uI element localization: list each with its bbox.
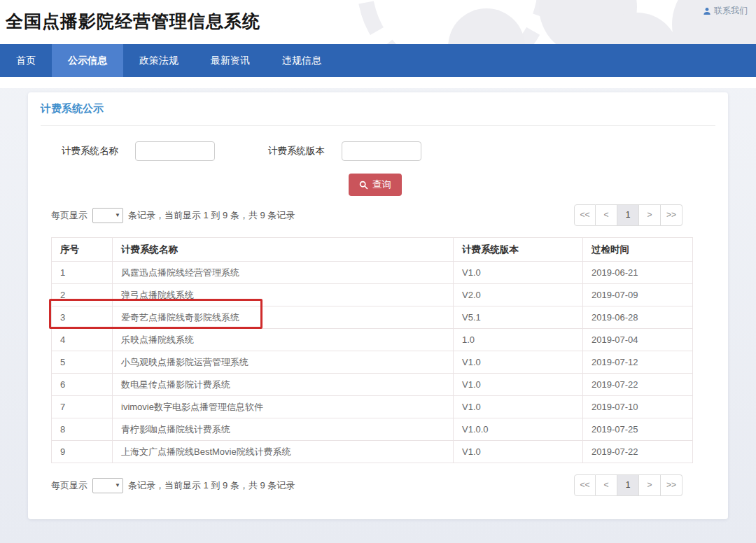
table-row: 9上海文广点播院线BestMovie院线计费系统V1.02019-07-22: [52, 441, 693, 463]
column-header: 序号: [52, 238, 113, 262]
table-cell: 弹弓点播院线系统: [113, 284, 454, 306]
column-header: 计费系统版本: [454, 238, 583, 262]
billing-version-input[interactable]: [342, 141, 421, 161]
film-reel-hole: [595, 13, 679, 44]
per-page-control: 每页显示 ▼ 条记录，当前显示 1 到 9 条，共 9 条记录: [51, 478, 295, 493]
contact-link-label: 联系我们: [714, 5, 748, 17]
billing-name-input[interactable]: [135, 141, 215, 161]
per-page-prefix: 每页显示: [51, 209, 88, 222]
table-cell: V1.0: [454, 374, 583, 396]
table-cell: 2019-07-12: [583, 351, 693, 374]
page-1-button[interactable]: 1: [617, 204, 639, 226]
table-cell: 2019-07-10: [583, 396, 693, 418]
table-cell: V2.0: [454, 284, 583, 306]
first-page-button[interactable]: <<: [574, 204, 596, 226]
table-cell: V1.0: [454, 396, 583, 418]
table-cell: 8: [52, 418, 113, 441]
table-cell: 小鸟观映点播影院运营管理系统: [113, 351, 454, 374]
table-cell: 数电星传点播影院计费系统: [113, 374, 454, 396]
table-cell: 7: [52, 396, 113, 418]
pagination-top: <<<1>>>: [574, 204, 682, 226]
nav-subbar: [0, 77, 756, 88]
per-page-select[interactable]: [92, 208, 123, 223]
last-page-button[interactable]: >>: [661, 474, 682, 496]
table-cell: 9: [52, 441, 113, 463]
nav-tab-5[interactable]: 违规信息: [266, 44, 337, 77]
content-card: 计费系统公示 计费系统名称 计费系统版本 查询 每页显示 ▼: [28, 92, 728, 519]
page-1-button[interactable]: 1: [617, 474, 639, 496]
table-row: 5小鸟观映点播影院运营管理系统V1.02019-07-12: [52, 351, 693, 374]
next-page-button[interactable]: >: [639, 204, 661, 226]
main-nav: 首页公示信息政策法规最新资讯违规信息: [0, 44, 756, 77]
table-cell: 5: [52, 351, 113, 374]
list-controls-top: 每页显示 ▼ 条记录，当前显示 1 到 9 条，共 9 条记录 <<<1>>>: [51, 204, 692, 226]
prev-page-button[interactable]: <: [596, 474, 617, 496]
table-cell: 2019-07-09: [583, 284, 693, 306]
table-cell: 青柠影咖点播院线计费系统: [113, 418, 454, 441]
table-row: 2弹弓点播院线系统V2.02019-07-09: [52, 284, 693, 306]
nav-tab-1[interactable]: 首页: [0, 44, 52, 77]
table-cell: 4: [52, 329, 113, 351]
query-button[interactable]: 查询: [349, 174, 402, 196]
table-cell: 2019-07-25: [583, 418, 693, 441]
nav-tab-4[interactable]: 最新资讯: [195, 44, 266, 77]
table-row: 4乐映点播院线系统1.02019-07-04: [52, 329, 693, 351]
billing-systems-table: 序号计费系统名称计费系统版本过检时间 1风霆迅点播院线经营管理系统V1.0201…: [51, 237, 693, 463]
table-row: 3爱奇艺点播院线奇影院线系统V5.12019-06-28: [52, 306, 693, 329]
table-cell: V1.0: [454, 441, 583, 463]
table-cell: 1.0: [454, 329, 583, 351]
list-controls-bottom: 每页显示 ▼ 条记录，当前显示 1 到 9 条，共 9 条记录 <<<1>>>: [51, 474, 692, 496]
table-cell: 2: [52, 284, 113, 306]
table-cell: 爱奇艺点播院线奇影院线系统: [113, 306, 454, 329]
nav-tab-3[interactable]: 政策法规: [123, 44, 195, 77]
page-title: 全国点播影院经营管理信息系统: [6, 10, 260, 33]
per-page-select[interactable]: [92, 478, 123, 493]
table-cell: 6: [52, 374, 113, 396]
table-cell: 2019-07-22: [583, 374, 693, 396]
table-cell: 3: [52, 306, 113, 329]
table-row: 1风霆迅点播院线经营管理系统V1.02019-06-21: [52, 262, 693, 284]
film-reel-decoration: [364, 0, 756, 44]
film-reel-ring: [357, 0, 553, 44]
column-header: 过检时间: [583, 238, 693, 262]
table-row: 7ivimovie数字电影点播管理信息软件V1.02019-07-10: [52, 396, 693, 418]
table-cell: V1.0: [454, 351, 583, 374]
table-cell: ivimovie数字电影点播管理信息软件: [113, 396, 454, 418]
table-cell: 2019-06-21: [583, 262, 693, 284]
first-page-button[interactable]: <<: [574, 474, 596, 496]
pagination-bottom: <<<1>>>: [574, 474, 682, 496]
table-cell: 风霆迅点播院线经营管理系统: [113, 262, 454, 284]
contact-link[interactable]: 联系我们: [703, 5, 748, 17]
per-page-control: 每页显示 ▼ 条记录，当前显示 1 到 9 条，共 9 条记录: [51, 208, 295, 223]
next-page-button[interactable]: >: [639, 474, 661, 496]
button-row: 查询: [51, 174, 705, 196]
table-cell: 2019-06-28: [583, 306, 693, 329]
table-cell: 2019-07-04: [583, 329, 693, 351]
query-button-label: 查询: [372, 178, 391, 191]
table-cell: V1.0: [454, 262, 583, 284]
table-cell: 乐映点播院线系统: [113, 329, 454, 351]
search-form: 计费系统名称 计费系统版本: [51, 141, 705, 161]
search-icon: [359, 181, 368, 190]
header: 全国点播影院经营管理信息系统 联系我们: [0, 0, 756, 44]
table-cell: 2019-07-22: [583, 441, 693, 463]
nav-tab-2[interactable]: 公示信息: [52, 44, 123, 77]
column-header: 计费系统名称: [113, 238, 454, 262]
table-row: 6数电星传点播影院计费系统V1.02019-07-22: [52, 374, 693, 396]
record-count-text: 条记录，当前显示 1 到 9 条，共 9 条记录: [128, 209, 295, 222]
user-icon: [703, 7, 711, 15]
billing-name-label: 计费系统名称: [62, 145, 118, 157]
divider: [41, 125, 715, 126]
record-count-text: 条记录，当前显示 1 到 9 条，共 9 条记录: [128, 479, 295, 492]
table-cell: V5.1: [454, 306, 583, 329]
last-page-button[interactable]: >>: [661, 204, 682, 226]
billing-version-label: 计费系统版本: [268, 145, 325, 157]
per-page-prefix: 每页显示: [51, 479, 88, 492]
table-cell: V1.0.0: [454, 418, 583, 441]
page: 全国点播影院经营管理信息系统 联系我们 首页公示信息政策法规最新资讯违规信息 计…: [0, 0, 756, 543]
prev-page-button[interactable]: <: [596, 204, 617, 226]
table-cell: 上海文广点播院线BestMovie院线计费系统: [113, 441, 454, 463]
table-cell: 1: [52, 262, 113, 284]
film-reel-hole: [448, 8, 525, 44]
section-title: 计费系统公示: [41, 102, 705, 115]
